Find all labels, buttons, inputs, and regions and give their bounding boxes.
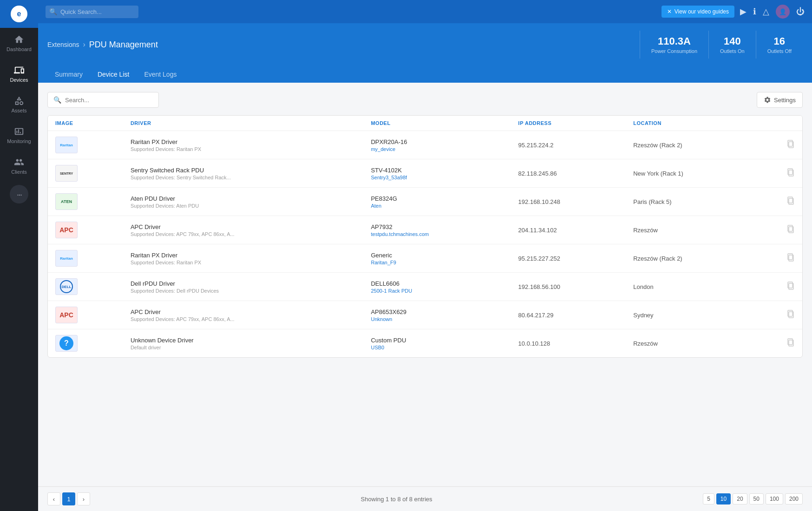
copy-icon bbox=[787, 225, 795, 234]
topbar-icons: ▶ ℹ △ 👤 ⏻ bbox=[740, 5, 805, 19]
gear-icon bbox=[764, 96, 771, 104]
cell-image: ? bbox=[48, 329, 123, 358]
sidebar-item-label: Dashboard bbox=[7, 46, 32, 52]
cell-image: Raritan bbox=[48, 131, 123, 159]
cell-model: AP7932 testpdu.tchmachines.com bbox=[363, 216, 511, 244]
cell-image: APC bbox=[48, 216, 123, 244]
cell-ip: 82.118.245.86 bbox=[511, 159, 626, 188]
alert-icon[interactable]: △ bbox=[763, 7, 769, 17]
table-row[interactable]: Raritan Raritan PX Driver Supported Devi… bbox=[48, 131, 802, 159]
cell-action[interactable] bbox=[757, 244, 802, 273]
sidebar-item-devices[interactable]: Devices bbox=[0, 59, 38, 89]
search-input[interactable] bbox=[65, 97, 153, 104]
device-table-inner: IMAGE DRIVER MODEL IP ADDRESS LOCATION R… bbox=[48, 116, 802, 357]
clients-icon bbox=[14, 157, 24, 167]
table-body: Raritan Raritan PX Driver Supported Devi… bbox=[48, 131, 802, 358]
play-icon[interactable]: ▶ bbox=[740, 7, 747, 17]
table-row[interactable]: Raritan Raritan PX Driver Supported Devi… bbox=[48, 244, 802, 273]
page-1-button[interactable]: 1 bbox=[62, 492, 75, 505]
col-model: MODEL bbox=[363, 116, 511, 131]
cell-action[interactable] bbox=[757, 188, 802, 216]
cell-driver: Raritan PX Driver Supported Devices: Rar… bbox=[123, 131, 364, 159]
sidebar-item-dashboard[interactable]: Dashboard bbox=[0, 28, 38, 59]
cell-driver: APC Driver Supported Devices: APC 79xx, … bbox=[123, 216, 364, 244]
breadcrumb: Extensions › PDU Management bbox=[47, 40, 158, 50]
stat-outlets-on: 140 Outlets On bbox=[708, 31, 756, 59]
cell-ip: 80.64.217.29 bbox=[511, 301, 626, 329]
tab-device-list[interactable]: Device List bbox=[90, 66, 137, 84]
per-page-100[interactable]: 100 bbox=[766, 493, 783, 504]
page-header-top: Extensions › PDU Management 110.3A Power… bbox=[38, 23, 812, 66]
tab-event-logs[interactable]: Event Logs bbox=[137, 66, 184, 84]
stats-bar: 110.3A Power Consumption 140 Outlets On … bbox=[640, 31, 803, 59]
cell-model: Generic Raritan_F9 bbox=[363, 244, 511, 273]
tab-summary[interactable]: Summary bbox=[47, 66, 90, 84]
cell-ip: 10.0.10.128 bbox=[511, 329, 626, 358]
power-icon[interactable]: ⏻ bbox=[796, 7, 805, 17]
table-row[interactable]: ATEN Aten PDU Driver Supported Devices: … bbox=[48, 188, 802, 216]
table-row[interactable]: APC APC Driver Supported Devices: APC 79… bbox=[48, 301, 802, 329]
cell-action[interactable] bbox=[757, 159, 802, 188]
device-table: IMAGE DRIVER MODEL IP ADDRESS LOCATION R… bbox=[47, 115, 803, 358]
toolbar: 🔍 Settings bbox=[47, 92, 803, 108]
cell-action[interactable] bbox=[757, 329, 802, 358]
table-row[interactable]: SENTRY Sentry Switched Rack PDU Supporte… bbox=[48, 159, 802, 188]
cell-image: DELL bbox=[48, 273, 123, 301]
per-page-50[interactable]: 50 bbox=[749, 493, 764, 504]
cell-action[interactable] bbox=[757, 131, 802, 159]
breadcrumb-parent[interactable]: Extensions bbox=[47, 41, 79, 48]
sidebar-item-clients[interactable]: Clients bbox=[0, 151, 38, 181]
cell-location: Rzeszów bbox=[626, 216, 757, 244]
cell-action[interactable] bbox=[757, 273, 802, 301]
cell-image: APC bbox=[48, 301, 123, 329]
user-avatar[interactable]: 👤 bbox=[776, 5, 790, 19]
cell-ip: 192.168.56.100 bbox=[511, 273, 626, 301]
cell-driver: Aten PDU Driver Supported Devices: Aten … bbox=[123, 188, 364, 216]
sidebar-item-assets[interactable]: Assets bbox=[0, 89, 38, 120]
col-image: IMAGE bbox=[48, 116, 123, 131]
info-icon[interactable]: ℹ bbox=[753, 7, 756, 17]
topbar-search-input[interactable] bbox=[46, 6, 138, 18]
copy-icon bbox=[787, 197, 795, 206]
copy-icon bbox=[787, 338, 795, 347]
cell-image: ATEN bbox=[48, 188, 123, 216]
table-row[interactable]: DELL Dell rPDU Driver Supported Devices:… bbox=[48, 273, 802, 301]
stat-outlets-on-label: Outlets On bbox=[720, 48, 745, 54]
col-ip: IP ADDRESS bbox=[511, 116, 626, 131]
monitoring-icon bbox=[14, 126, 24, 137]
prev-page-button[interactable]: ‹ bbox=[47, 492, 60, 505]
stat-outlets-on-value: 140 bbox=[720, 35, 745, 47]
sidebar-item-monitoring[interactable]: Monitoring bbox=[0, 120, 38, 151]
per-page-200[interactable]: 200 bbox=[785, 493, 803, 504]
cell-driver: APC Driver Supported Devices: APC 79xx, … bbox=[123, 301, 364, 329]
cell-action[interactable] bbox=[757, 216, 802, 244]
cell-image: SENTRY bbox=[48, 159, 123, 188]
per-page-10[interactable]: 10 bbox=[716, 493, 731, 504]
settings-button[interactable]: Settings bbox=[757, 92, 803, 108]
table-row[interactable]: ? Unknown Device Driver Default driver C… bbox=[48, 329, 802, 358]
cell-model: Custom PDU USB0 bbox=[363, 329, 511, 358]
per-page-20[interactable]: 20 bbox=[733, 493, 747, 504]
assets-icon bbox=[14, 96, 24, 106]
cell-location: New York (Rack 1) bbox=[626, 159, 757, 188]
video-guide-button[interactable]: ✕ View our video guides bbox=[661, 6, 734, 18]
cell-driver: Raritan PX Driver Supported Devices: Rar… bbox=[123, 244, 364, 273]
cell-action[interactable] bbox=[757, 301, 802, 329]
sidebar-more-button[interactable]: ··· bbox=[10, 185, 28, 203]
app-logo[interactable]: e bbox=[11, 6, 27, 22]
copy-icon bbox=[787, 168, 795, 177]
tabs: Summary Device List Event Logs bbox=[38, 66, 812, 83]
cell-location: London bbox=[626, 273, 757, 301]
copy-icon bbox=[787, 140, 795, 149]
footer: ‹ 1 › Showing 1 to 8 of 8 entries 5 10 2… bbox=[38, 486, 812, 511]
page-header: Extensions › PDU Management 110.3A Power… bbox=[38, 23, 812, 83]
next-page-button[interactable]: › bbox=[77, 492, 90, 505]
stat-outlets-off-value: 16 bbox=[767, 35, 792, 47]
content-area: 🔍 Settings IMAGE DRIVER MODEL IP ADDRESS… bbox=[38, 83, 812, 486]
main-content: 🔍 ✕ View our video guides ▶ ℹ △ 👤 ⏻ Exte… bbox=[38, 0, 812, 511]
cell-location: Sydney bbox=[626, 301, 757, 329]
table-header: IMAGE DRIVER MODEL IP ADDRESS LOCATION bbox=[48, 116, 802, 131]
per-page-5[interactable]: 5 bbox=[703, 493, 714, 504]
topbar: 🔍 ✕ View our video guides ▶ ℹ △ 👤 ⏻ bbox=[38, 0, 812, 23]
table-row[interactable]: APC APC Driver Supported Devices: APC 79… bbox=[48, 216, 802, 244]
